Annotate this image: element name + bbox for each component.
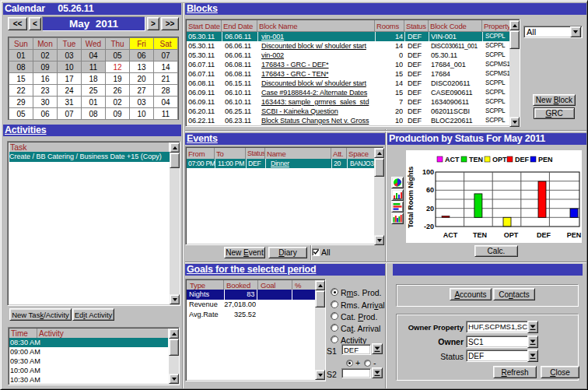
svg-text:OPT: OPT <box>492 156 507 163</box>
svg-text:20: 20 <box>426 205 434 213</box>
svg-text:DEF: DEF <box>537 231 551 239</box>
svg-text:TEN: TEN <box>473 231 487 239</box>
svg-text:60: 60 <box>426 186 434 194</box>
svg-text:-20: -20 <box>424 223 434 230</box>
svg-text:TEN: TEN <box>469 156 483 163</box>
svg-text:Total Room Nights: Total Room Nights <box>407 167 415 228</box>
svg-text:DEF: DEF <box>515 156 530 163</box>
svg-text:ACT: ACT <box>445 156 460 163</box>
svg-text:PEN: PEN <box>538 156 553 163</box>
svg-text:OPT: OPT <box>504 231 519 239</box>
svg-text:100: 100 <box>422 168 434 176</box>
svg-text:PEN: PEN <box>567 231 582 239</box>
svg-text:ACT: ACT <box>443 231 458 239</box>
